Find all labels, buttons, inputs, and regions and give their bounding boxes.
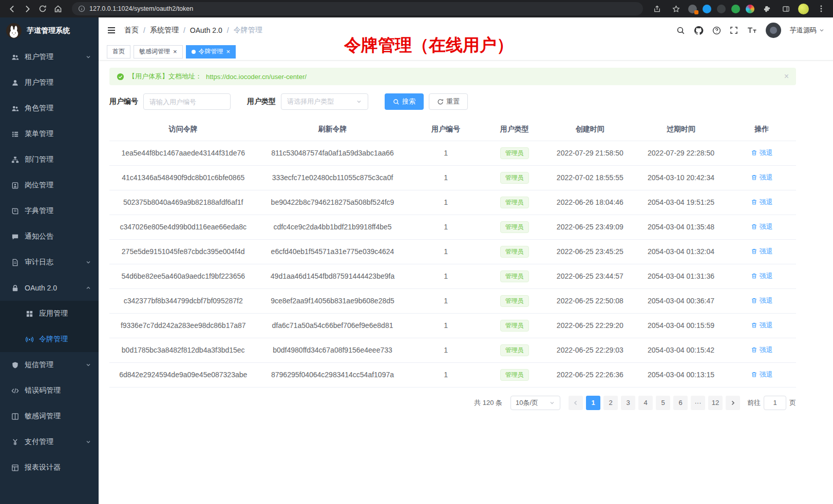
- sidebar-item-user[interactable]: 用户管理: [0, 70, 99, 95]
- table-row: c347026e805e4d99b0d116eae66eda8c cdfc4ce…: [109, 215, 796, 239]
- hamburger-icon[interactable]: [107, 26, 116, 34]
- force-logout-button[interactable]: 强退: [751, 222, 773, 231]
- close-icon[interactable]: ×: [173, 48, 177, 55]
- tab-token[interactable]: 令牌管理 ×: [186, 45, 236, 59]
- share-icon[interactable]: [650, 2, 664, 15]
- sidebar-item-notice[interactable]: 通知公告: [0, 224, 99, 249]
- user-avatar[interactable]: [766, 23, 781, 38]
- force-logout-button[interactable]: 强退: [751, 272, 773, 281]
- font-size-icon[interactable]: [747, 26, 757, 34]
- extension-dark-icon[interactable]: [717, 5, 726, 13]
- access-token-cell: 275e5de9151045fe87cbdc395e004f4d: [109, 239, 257, 264]
- breadcrumb-item[interactable]: OAuth 2.0: [190, 26, 222, 34]
- force-logout-icon: [751, 149, 758, 156]
- people-icon: [11, 53, 20, 61]
- close-icon[interactable]: ×: [784, 72, 789, 81]
- sidebar-item-audit-log[interactable]: 审计日志: [0, 249, 99, 275]
- pages-ellipsis-button[interactable]: ···: [691, 396, 705, 410]
- sidebar-item-role[interactable]: 角色管理: [0, 95, 99, 121]
- user-type-label: 用户类型: [247, 97, 276, 106]
- username-menu[interactable]: 芋道源码: [790, 26, 825, 35]
- page-button-5[interactable]: 5: [656, 396, 670, 410]
- extension-blue-icon[interactable]: [703, 5, 711, 13]
- sidebar-item-dept[interactable]: 部门管理: [0, 147, 99, 172]
- doc-link[interactable]: https://doc.iocoder.cn/user-center/: [206, 73, 307, 81]
- fullscreen-icon[interactable]: [730, 26, 738, 34]
- browser-menu-kebab-icon[interactable]: [815, 2, 828, 15]
- sidebar-item-sensitive-word[interactable]: 敏感词管理: [0, 403, 99, 429]
- success-check-icon: [117, 73, 124, 81]
- page-button-4[interactable]: 4: [638, 396, 653, 410]
- reload-button[interactable]: [36, 2, 49, 15]
- force-logout-button[interactable]: 强退: [751, 345, 773, 355]
- close-icon[interactable]: ×: [226, 48, 231, 55]
- force-logout-button[interactable]: 强退: [751, 198, 773, 207]
- breadcrumb-item[interactable]: 首页: [124, 26, 139, 35]
- bookmark-star-icon[interactable]: [669, 2, 683, 15]
- help-icon[interactable]: [712, 26, 721, 35]
- sidebar-item-report-designer[interactable]: 报表设计器: [0, 455, 99, 480]
- sidebar-item-label: 部门管理: [25, 155, 53, 164]
- chevron-down-icon: [85, 54, 91, 60]
- browser-profile-avatar[interactable]: [798, 4, 809, 14]
- page-button-1[interactable]: 1: [586, 396, 600, 410]
- page-button-6[interactable]: 6: [673, 396, 688, 410]
- force-logout-button[interactable]: 强退: [751, 173, 773, 182]
- extension-colorful-icon[interactable]: [746, 5, 754, 13]
- next-page-button[interactable]: [726, 396, 740, 410]
- force-logout-button[interactable]: 强退: [751, 321, 773, 330]
- sidebar-item-oauth2-token[interactable]: 令牌管理: [0, 326, 99, 352]
- address-bar[interactable]: 127.0.0.1:1024/system/oauth2/token: [72, 2, 643, 15]
- sidebar-item-post[interactable]: 岗位管理: [0, 172, 99, 198]
- user-type-select[interactable]: 请选择用户类型: [281, 93, 368, 110]
- page-size-select[interactable]: 10条/页: [510, 396, 560, 410]
- page-button-12[interactable]: 12: [708, 396, 723, 410]
- site-info-icon[interactable]: [78, 5, 85, 12]
- tab-home[interactable]: 首页: [107, 45, 130, 59]
- sidebar-item-oauth2-app[interactable]: 应用管理: [0, 301, 99, 326]
- extension-badged-icon[interactable]: [688, 5, 697, 13]
- force-logout-button[interactable]: 强退: [751, 296, 773, 305]
- github-icon[interactable]: [694, 26, 704, 35]
- active-dot: [192, 50, 196, 54]
- side-panel-icon[interactable]: [779, 2, 792, 15]
- user-id-input[interactable]: [143, 93, 231, 110]
- force-logout-button[interactable]: 强退: [751, 370, 773, 379]
- app-title: 芋道管理系统: [27, 26, 70, 35]
- page-button-2[interactable]: 2: [603, 396, 618, 410]
- sidebar-item-tenant[interactable]: 租户管理: [0, 44, 99, 70]
- prev-page-button[interactable]: [569, 396, 583, 410]
- user-type-tag: 管理员: [500, 369, 529, 381]
- table-row: 502375b8040a469a9b82188afdf6af1f be90422…: [109, 190, 796, 215]
- sidebar-item-sms[interactable]: 短信管理: [0, 352, 99, 378]
- search-button[interactable]: 搜索: [385, 93, 424, 110]
- home-button[interactable]: [51, 2, 65, 15]
- extensions-puzzle-icon[interactable]: [760, 2, 773, 15]
- user-type-cell: 管理员: [484, 313, 545, 338]
- user-id-cell: 1: [408, 190, 484, 215]
- sidebar-item-dict[interactable]: 字典管理: [0, 198, 99, 224]
- app-logo[interactable]: 芋道管理系统: [0, 17, 99, 44]
- sidebar-item-error-code[interactable]: 错误码管理: [0, 378, 99, 403]
- user-type-tag: 管理员: [500, 147, 529, 159]
- goto-page-input[interactable]: [764, 396, 786, 410]
- sidebar-item-menu[interactable]: 菜单管理: [0, 121, 99, 147]
- sidebar-item-pay[interactable]: 支付管理: [0, 429, 99, 455]
- columns-icon: [11, 413, 20, 420]
- extension-green-icon[interactable]: [731, 5, 740, 13]
- force-logout-button[interactable]: 强退: [751, 247, 773, 256]
- tab-sensitive-word[interactable]: 敏感词管理 ×: [134, 45, 183, 59]
- force-logout-icon: [751, 322, 758, 328]
- forward-button[interactable]: [21, 2, 34, 15]
- page-button-3[interactable]: 3: [621, 396, 635, 410]
- sidebar-item-oauth2[interactable]: OAuth 2.0: [0, 275, 99, 301]
- reset-button[interactable]: 重置: [429, 93, 468, 110]
- search-icon[interactable]: [676, 26, 685, 35]
- breadcrumb-item[interactable]: 系统管理: [150, 26, 179, 35]
- back-button[interactable]: [5, 2, 18, 15]
- force-logout-button[interactable]: 强退: [751, 148, 773, 158]
- browser-chrome: 127.0.0.1:1024/system/oauth2/token: [0, 0, 833, 17]
- tab-label: 令牌管理: [199, 47, 223, 56]
- page-content: 【用户体系】文档地址： https://doc.iocoder.cn/user-…: [99, 61, 833, 504]
- tab-label: 首页: [112, 47, 125, 56]
